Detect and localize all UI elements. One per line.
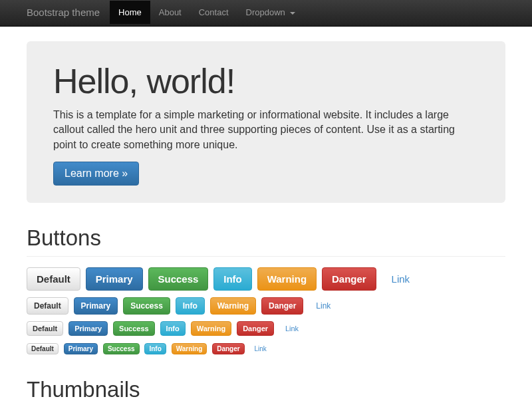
- btn-primary-sm[interactable]: Primary: [68, 321, 108, 336]
- hero-text: This is a template for a simple marketin…: [53, 108, 479, 152]
- btn-link-md[interactable]: Link: [309, 297, 338, 315]
- navbar: Bootstrap theme Home About Contact Dropd…: [0, 0, 532, 27]
- btn-success-xs[interactable]: Success: [103, 343, 140, 354]
- btn-default-sm[interactable]: Default: [27, 321, 63, 336]
- button-row-xs: Default Primary Success Info Warning Dan…: [27, 342, 505, 354]
- btn-danger-sm[interactable]: Danger: [237, 321, 274, 336]
- btn-link-lg[interactable]: Link: [382, 267, 420, 291]
- btn-primary-xs[interactable]: Primary: [64, 343, 98, 354]
- caret-down-icon: [290, 12, 295, 15]
- btn-success-md[interactable]: Success: [123, 297, 170, 315]
- hero-title: Hello, world!: [53, 61, 479, 101]
- btn-danger-lg[interactable]: Danger: [322, 267, 376, 291]
- learn-more-button[interactable]: Learn more »: [53, 162, 139, 186]
- nav-list: Home About Contact Dropdown: [110, 1, 304, 24]
- thumbnails-heading: Thumbnails: [27, 377, 505, 399]
- thumbnails-header: Thumbnails: [27, 377, 505, 399]
- buttons-heading: Buttons: [27, 225, 505, 251]
- btn-link-xs[interactable]: Link: [250, 343, 271, 354]
- btn-default-xs[interactable]: Default: [27, 343, 59, 354]
- button-row-sm: Default Primary Success Info Warning Dan…: [27, 321, 505, 336]
- nav-dropdown[interactable]: Dropdown: [237, 1, 305, 24]
- btn-success-lg[interactable]: Success: [148, 267, 209, 291]
- btn-danger-md[interactable]: Danger: [261, 297, 303, 315]
- brand[interactable]: Bootstrap theme: [27, 0, 110, 25]
- button-row-lg: Default Primary Success Info Warning Dan…: [27, 267, 505, 291]
- btn-primary-lg[interactable]: Primary: [86, 267, 143, 291]
- button-row-md: Default Primary Success Info Warning Dan…: [27, 297, 505, 315]
- btn-warning-xs[interactable]: Warning: [172, 343, 207, 354]
- btn-danger-xs[interactable]: Danger: [212, 343, 244, 354]
- buttons-header: Buttons: [27, 225, 505, 257]
- nav-about[interactable]: About: [150, 1, 190, 24]
- btn-info-lg[interactable]: Info: [213, 267, 252, 291]
- btn-info-xs[interactable]: Info: [144, 343, 166, 354]
- btn-primary-md[interactable]: Primary: [74, 297, 118, 315]
- nav-dropdown-label: Dropdown: [246, 7, 285, 17]
- nav-home[interactable]: Home: [110, 1, 150, 24]
- btn-default-md[interactable]: Default: [27, 297, 68, 315]
- hero-unit: Hello, world! This is a template for a s…: [27, 41, 505, 203]
- btn-success-sm[interactable]: Success: [113, 321, 155, 336]
- btn-info-md[interactable]: Info: [176, 297, 205, 315]
- btn-warning-sm[interactable]: Warning: [191, 321, 232, 336]
- btn-warning-lg[interactable]: Warning: [257, 267, 317, 291]
- btn-default-lg[interactable]: Default: [27, 267, 80, 291]
- btn-link-sm[interactable]: Link: [279, 321, 305, 336]
- btn-info-sm[interactable]: Info: [160, 321, 186, 336]
- nav-contact[interactable]: Contact: [190, 1, 237, 24]
- btn-warning-md[interactable]: Warning: [210, 297, 257, 315]
